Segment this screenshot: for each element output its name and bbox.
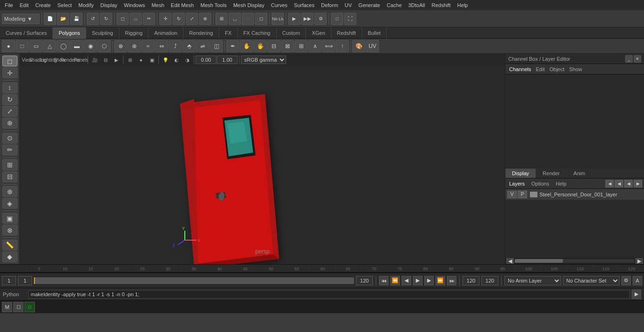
menu-meshtools[interactable]: Mesh Tools xyxy=(198,1,229,9)
vp-lights-btn[interactable]: 💡 xyxy=(160,55,171,65)
vp-gamma-dropdown[interactable]: sRGB gamma xyxy=(241,56,286,64)
vp-shaded-btn[interactable]: ▣ xyxy=(147,55,157,65)
universal-manip[interactable]: ⊕ xyxy=(2,118,17,129)
step-backward-btn[interactable]: ⏪ xyxy=(390,276,400,285)
shelf-extrude2[interactable]: ⤴ xyxy=(169,40,182,52)
vp-ao-btn[interactable]: ◑ xyxy=(182,55,192,65)
menu-redshift[interactable]: Redshift xyxy=(429,1,453,9)
vp-coord-x[interactable] xyxy=(196,56,216,64)
menu-uv[interactable]: UV xyxy=(342,1,355,9)
rp-tab-display[interactable]: Display xyxy=(505,169,536,178)
menu-windows[interactable]: Windows xyxy=(121,1,148,9)
vp-cam-btn[interactable]: 🎥 xyxy=(90,55,100,65)
shelf-booleans[interactable]: ⊕ xyxy=(128,40,141,52)
vp-panels-menu[interactable]: Panels xyxy=(76,55,86,65)
transform-tool[interactable]: ✛ xyxy=(2,67,17,78)
shelf-plane[interactable]: ▬ xyxy=(70,40,83,52)
snap-grid-btn[interactable]: ⊞ xyxy=(215,13,228,25)
menu-mesh[interactable]: Mesh xyxy=(149,1,167,9)
lasso-btn[interactable]: ⌓ xyxy=(130,13,142,25)
shelf-sculpt-grab[interactable]: ✋ xyxy=(240,40,253,52)
menu-surfaces[interactable]: Surfaces xyxy=(291,1,317,9)
3d-scene[interactable]: X Y Z persp xyxy=(20,66,505,264)
menu-file[interactable]: File xyxy=(2,1,16,9)
tab-curves-surfaces[interactable]: Curves / Surfaces xyxy=(0,27,53,39)
vp-lighting-menu[interactable]: Lighting xyxy=(43,55,54,65)
shelf-disc[interactable]: ◉ xyxy=(84,40,97,52)
rp-nav-edit[interactable]: Edit xyxy=(534,66,546,73)
menu-select[interactable]: Select xyxy=(55,1,75,9)
play-btn[interactable]: ▶ xyxy=(413,276,422,285)
frame-end-input[interactable] xyxy=(356,276,373,285)
playback-start-input[interactable] xyxy=(462,276,479,285)
render-seq-btn[interactable]: ▶▶ xyxy=(301,13,314,25)
rp-layer-btn-1[interactable]: ◀ xyxy=(605,180,614,187)
tab-sculpting[interactable]: Sculpting xyxy=(86,27,119,39)
menu-curves[interactable]: Curves xyxy=(268,1,290,9)
shelf-combine[interactable]: ⊗ xyxy=(114,40,127,52)
vp-anim-btn[interactable]: ▶ xyxy=(111,55,122,65)
scale-tool[interactable]: ⤢ xyxy=(2,106,17,117)
rp-scroll-left[interactable]: ◀ xyxy=(506,258,514,264)
python-command-input[interactable] xyxy=(28,290,630,299)
select-tool-btn[interactable]: ◻ xyxy=(116,13,129,25)
shelf-cylinder[interactable]: ▭ xyxy=(29,40,42,52)
render-btn[interactable]: ▶ xyxy=(288,13,300,25)
rotate-btn[interactable]: ↻ xyxy=(173,13,185,25)
char-set-dropdown[interactable]: No Character Set xyxy=(563,276,619,285)
rp-tab-render[interactable]: Render xyxy=(536,169,567,178)
vp-smooth-btn[interactable]: ● xyxy=(136,55,146,65)
vp-coord-y[interactable] xyxy=(217,56,238,64)
viewport[interactable]: View Shading Lighting Show Renderer Pane… xyxy=(20,54,505,264)
tab-fxcaching[interactable]: FX Caching xyxy=(238,27,276,39)
scale-btn[interactable]: ⤢ xyxy=(186,13,198,25)
timeline-slider[interactable] xyxy=(34,277,354,284)
shelf-sculpt-pull[interactable]: ↑ xyxy=(336,40,349,52)
shelf-sculpt-flatten[interactable]: ⊟ xyxy=(267,40,281,52)
status-maya-icon[interactable]: M xyxy=(2,302,12,312)
paint-op[interactable]: ✏ xyxy=(2,145,17,155)
shelf-uv[interactable]: UV xyxy=(366,40,379,52)
move-btn[interactable]: ✛ xyxy=(159,13,172,25)
measure-tool[interactable]: 📏 xyxy=(2,240,17,251)
snap-tog[interactable]: ⊞ xyxy=(2,159,17,170)
step-forward-btn[interactable]: ⏩ xyxy=(436,276,445,285)
vp-grid-btn[interactable]: ⊟ xyxy=(100,55,111,65)
menu-3dtall[interactable]: 3DtoAll xyxy=(405,1,428,9)
frame-current-input[interactable] xyxy=(18,276,32,285)
tab-redshift[interactable]: Redshift xyxy=(331,27,362,39)
move-tool[interactable]: ↕ xyxy=(2,82,17,93)
fullscreen-btn[interactable]: ⛶ xyxy=(344,13,356,25)
tab-rigging[interactable]: Rigging xyxy=(119,27,149,39)
tab-fx[interactable]: FX xyxy=(219,27,238,39)
menu-edit[interactable]: Edit xyxy=(17,1,32,9)
menu-display[interactable]: Display xyxy=(98,1,120,9)
shelf-cube[interactable]: □ xyxy=(16,40,29,52)
paint-select-btn[interactable]: ✏ xyxy=(143,13,155,25)
new-scene-btn[interactable]: 📄 xyxy=(44,13,56,25)
menu-meshdisplay[interactable]: Mesh Display xyxy=(231,1,267,9)
shelf-torus[interactable]: ◯ xyxy=(57,40,70,52)
save-btn[interactable]: 💾 xyxy=(70,13,83,25)
shelf-sculpt-pen[interactable]: ✒ xyxy=(226,40,239,52)
shelf-cone[interactable]: △ xyxy=(43,40,56,52)
live-surface-btn[interactable]: No Live Surface xyxy=(272,13,284,25)
shelf-paint[interactable]: 🎨 xyxy=(352,40,365,52)
shelf-bevel2[interactable]: ⬘ xyxy=(182,40,196,52)
sculpt-mode[interactable]: ◈ xyxy=(2,198,17,209)
set-pivot[interactable]: ⊗ xyxy=(2,225,17,235)
menu-generate[interactable]: Generate xyxy=(355,1,383,9)
rp-close-btn[interactable]: ✕ xyxy=(634,55,641,63)
status-frame-icon[interactable]: □ xyxy=(25,302,35,312)
redo-btn[interactable]: ↻ xyxy=(100,13,112,25)
layer-p-toggle[interactable]: P xyxy=(518,191,527,198)
rotate-tool[interactable]: ↻ xyxy=(2,94,17,105)
tab-xgen[interactable]: XGen xyxy=(306,27,331,39)
shelf-sculpt-pinch[interactable]: ∧ xyxy=(308,40,322,52)
bottom-settings-btn[interactable]: ⚙ xyxy=(621,276,631,285)
rp-scrollthumb[interactable] xyxy=(515,259,563,263)
menu-help[interactable]: Help xyxy=(454,1,471,9)
render-region[interactable]: ▣ xyxy=(2,213,17,224)
rp-layers-label[interactable]: Layers xyxy=(507,180,527,187)
shelf-bridgeedge[interactable]: ⇌ xyxy=(196,40,209,52)
